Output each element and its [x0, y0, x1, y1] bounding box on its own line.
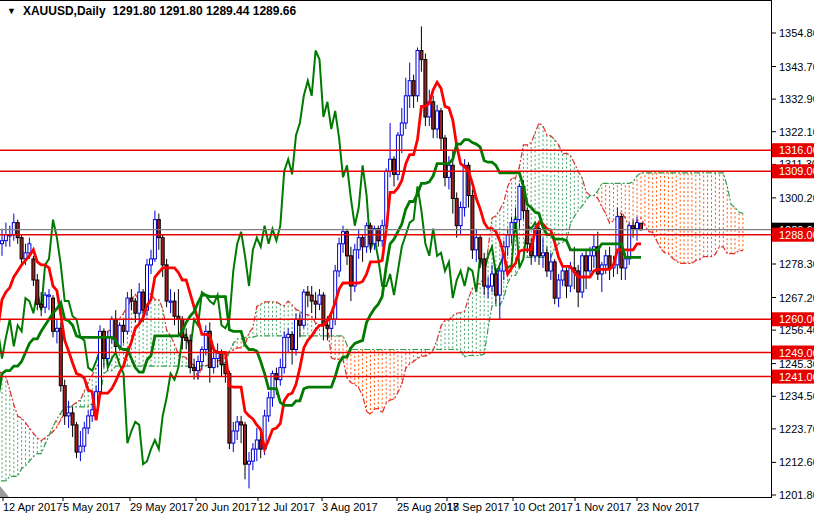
level-price-badge: 1288.00: [772, 228, 814, 242]
chart-window: 1354.801343.701332.901322.101311.301300.…: [0, 0, 814, 514]
chart-title: ▼ XAUUSD,Daily 1291.80 1291.80 1289.44 1…: [7, 4, 296, 18]
date-label: 23 Nov 2017: [637, 501, 699, 513]
level-price-badge: 1249.00: [772, 346, 814, 360]
price-tick-label: 1343.70: [779, 61, 814, 73]
plot-border: [0, 0, 772, 498]
price-tick-label: 1267.20: [779, 292, 814, 304]
price-tick-label: 1322.10: [779, 126, 814, 138]
date-label: 3 Aug 2017: [322, 501, 378, 513]
time-axis[interactable]: 12 Apr 20175 May 201729 May 201720 Jun 2…: [3, 498, 699, 513]
svg-text:1288.00: 1288.00: [779, 229, 814, 241]
date-label: 20 Jun 2017: [196, 501, 257, 513]
level-price-badge: 1309.00: [772, 164, 814, 178]
symbol-period-label: XAUUSD,Daily: [23, 4, 106, 18]
price-axis[interactable]: 1354.801343.701332.901322.101311.301300.…: [771, 27, 814, 501]
svg-text:1241.00: 1241.00: [779, 371, 814, 383]
svg-text:1309.00: 1309.00: [779, 165, 814, 177]
price-tick-label: 1278.30: [779, 258, 814, 270]
date-label: 18 Sep 2017: [447, 501, 509, 513]
kijun-sen-line: [0, 140, 641, 406]
quote-ohlc-label: 1291.80 1291.80 1289.44 1289.66: [113, 4, 297, 18]
date-label: 1 Nov 2017: [575, 501, 631, 513]
ichimoku-cloud: [0, 123, 743, 485]
svg-text:1316.00: 1316.00: [779, 144, 814, 156]
svg-text:1260.00: 1260.00: [779, 313, 814, 325]
price-tick-label: 1332.90: [779, 93, 814, 105]
date-label: 12 Apr 2017: [3, 501, 62, 513]
price-tick-label: 1201.80: [779, 489, 814, 501]
date-label: 29 May 2017: [130, 501, 194, 513]
level-price-badge: 1241.00: [772, 370, 814, 384]
price-tick-label: 1300.20: [779, 192, 814, 204]
price-tick-label: 1223.70: [779, 423, 814, 435]
price-tick-label: 1354.80: [779, 27, 814, 39]
one-click-trading-arrow[interactable]: ▼: [7, 7, 16, 16]
date-label: 5 May 2017: [63, 501, 120, 513]
date-label: 10 Oct 2017: [513, 501, 573, 513]
history-scroll-marker: [0, 486, 9, 497]
svg-text:1249.00: 1249.00: [779, 347, 814, 359]
level-price-badge: 1260.00: [772, 312, 814, 326]
price-tick-label: 1234.50: [779, 390, 814, 402]
level-price-badge: 1316.00: [772, 143, 814, 157]
price-chart[interactable]: 1354.801343.701332.901322.101311.301300.…: [0, 0, 814, 514]
date-label: 12 Jul 2017: [258, 501, 315, 513]
price-tick-label: 1212.60: [779, 456, 814, 468]
